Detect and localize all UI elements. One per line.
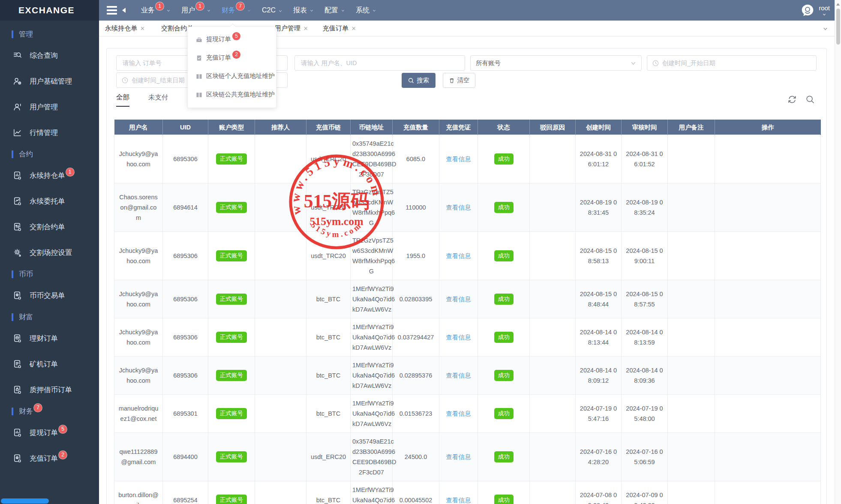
view-info-link[interactable]: 查看信息 [446,296,471,303]
sidebar-section-财务: 财务7 [0,403,99,420]
topbar-menu-系统[interactable]: 系统 [355,4,378,17]
cell-voucher: 查看信息 [439,183,478,232]
dropdown-item-充值订单[interactable]: 充值订单2 [188,49,276,67]
scroll-up-arrow-icon[interactable] [836,1,840,6]
section-bar [12,270,13,278]
cell-address: 0x35749aE21cd23B300A6996CEE9DB469BD2F3cD… [351,135,393,183]
sidebar-item-交割合约单[interactable]: 交割合约单 [0,214,99,240]
column-header-推荐人: 推荐人 [255,120,306,135]
cell-username: Jchucky9@yahoo.com [114,232,163,280]
cell-account-type: 正式账号 [208,135,255,183]
topbar-menu-配置[interactable]: 配置 [324,4,346,17]
column-header-驳回原因: 驳回原因 [530,120,576,135]
topbar-menu-财务[interactable]: 财务7 [221,4,252,17]
cell-created-time: 2024-07-19 05:47:16 [576,395,622,433]
cell-referrer [255,280,306,318]
account-type-badge: 正式账号 [216,495,247,504]
cell-actions [715,135,821,183]
topbar-menu-C2C[interactable]: C2C [261,5,284,16]
close-icon[interactable]: ✕ [351,25,356,32]
cell-account-type: 正式账号 [208,395,255,433]
sidebar-section-管理: 管理 [0,26,99,43]
sidebar-item-质押借币订单[interactable]: 质押借币订单 [0,377,99,403]
cell-address: 1MErfWYa2Ti9UkaNa4Qo7id6kD7AwLW6Vz [351,395,393,433]
account-type-select[interactable]: 所有账号 [470,55,642,71]
view-info-link[interactable]: 查看信息 [446,410,471,417]
sidebar-item-用户基础管理[interactable]: 用户基础管理 [0,69,99,94]
sidebar-item-矿机订单[interactable]: 矿机订单 [0,351,99,377]
search-button[interactable]: 搜索 [402,73,436,88]
view-info-link[interactable]: 查看信息 [446,372,471,379]
sidebar-section-财富: 财富 [0,309,99,326]
doc-coin-icon [12,453,23,464]
sidebar-item-综合查询[interactable]: 综合查询 [0,43,99,69]
zoom-search-icon[interactable] [805,95,816,105]
view-info-link[interactable]: 查看信息 [446,453,471,460]
user-menu[interactable]: root [801,0,830,21]
sidebar-item-币币交易单[interactable]: 币币交易单 [0,283,99,309]
cell-user-note [668,395,715,433]
hamburger-icon [107,6,117,15]
close-icon[interactable]: ✕ [303,25,308,32]
sidebar-section-合约: 合约 [0,146,99,163]
horizontal-scrollbar-thumb[interactable] [1,498,49,504]
sidebar-item-永续持仓单[interactable]: 永续持仓单1 [0,163,99,189]
topbar: EXCHANGE 业务1用户1财务7C2C报表配置系统 root [0,0,841,21]
cell-chain: btc_BTC [306,318,351,357]
user-search-input[interactable] [294,55,465,71]
vertical-scrollbar-thumb[interactable] [836,9,840,45]
section-bar [12,150,13,158]
topbar-menu-业务[interactable]: 业务1 [140,4,172,17]
sidebar-item-提现订单[interactable]: 提现订单5 [0,420,99,446]
cell-address: 1MErfWYa2Ti9UkaNa4Qo7id6kD7AwLW6Vz [351,357,393,395]
subtab-all[interactable]: 全部 [116,93,129,107]
date-start-picker[interactable]: 创建时间_开始日期 [647,55,817,71]
view-info-link[interactable]: 查看信息 [446,204,471,211]
view-info-link[interactable]: 查看信息 [446,334,471,341]
cell-created-time: 2024-07-16 04:28:20 [576,433,622,481]
cell-account-type: 正式账号 [208,318,255,357]
tab-永续持仓单[interactable]: 永续持仓单✕ [105,24,145,33]
view-info-link[interactable]: 查看信息 [446,156,471,162]
cell-user-note [668,433,715,481]
cell-created-time: 2024-07-08 09:38:49 [576,481,622,504]
dropdown-item-提现订单[interactable]: 提现订单5 [188,30,276,49]
sidebar-collapse-button[interactable] [107,6,126,15]
vertical-scrollbar[interactable] [835,0,841,504]
dropdown-item-区块链个人充值地址维护[interactable]: 区块链个人充值地址维护 [188,67,276,86]
cell-username: manuelrodriquez1@cox.net [114,395,163,433]
subtab-unpaid[interactable]: 未支付 [148,93,168,107]
cell-uid: 6895306 [163,232,208,280]
app-logo: EXCHANGE [0,0,99,21]
topbar-menu-用户[interactable]: 用户1 [180,4,212,17]
cell-reject-reason [530,232,576,280]
cell-username: burton.dillon@gmail.com [114,481,163,504]
tabs-expand-button[interactable] [822,25,829,33]
cell-user-note [668,280,715,318]
doc-stack-icon [12,333,23,344]
sidebar-item-交割场控设置[interactable]: 交割场控设置 [0,240,99,266]
account-type-badge: 正式账号 [216,370,247,381]
sidebar-item-充值订单[interactable]: 充值订单2 [0,446,99,471]
cell-address: TRzGzVpsTZ5w6S3cdKMnWW8rfMkxhPpq6G [351,183,393,232]
tab-用户管理[interactable]: 用户管理✕ [275,24,308,33]
dropdown-item-区块链公共充值地址维护[interactable]: 区块链公共充值地址维护 [188,86,276,104]
column-header-UID: UID [163,120,208,135]
sidebar-item-用户管理[interactable]: 用户管理 [0,94,99,120]
refresh-icon[interactable] [787,95,798,105]
sidebar-item-永续委托单[interactable]: 永续委托单 [0,189,99,214]
doc-coin-icon [12,291,23,301]
clear-button[interactable]: 清空 [443,73,475,88]
sidebar-item-理财订单[interactable]: 理财订单 [0,326,99,351]
view-info-link[interactable]: 查看信息 [446,252,471,259]
view-info-link[interactable]: 查看信息 [446,497,471,504]
topbar-menu-报表[interactable]: 报表 [292,4,315,17]
count-badge: 7 [236,2,244,10]
cell-actions [715,318,821,357]
column-header-操作: 操作 [715,120,821,135]
cell-created-time: 2024-08-19 08:31:45 [576,183,622,232]
column-header-用户名: 用户名 [114,120,163,135]
sidebar-item-行情管理[interactable]: 行情管理 [0,120,99,146]
tab-充值订单[interactable]: 充值订单✕ [323,24,356,33]
close-icon[interactable]: ✕ [140,25,145,32]
